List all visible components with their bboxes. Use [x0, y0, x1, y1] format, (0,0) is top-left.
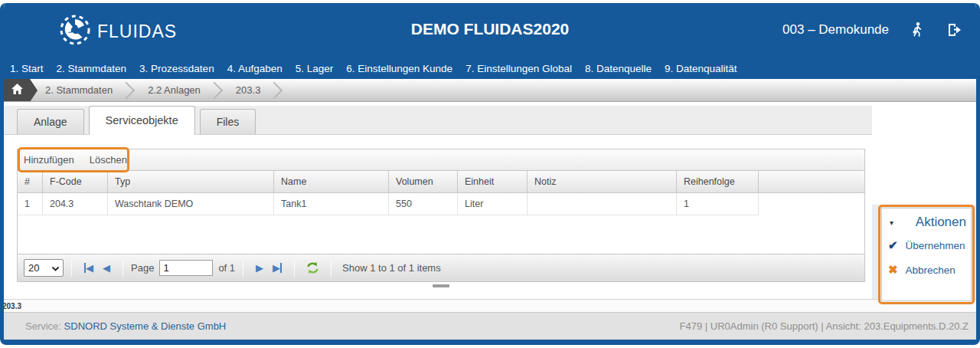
add-button[interactable]: Hinzufügen [24, 154, 74, 166]
next-page-icon[interactable]: ▶ [256, 262, 263, 274]
grid-header-row: # F-Code Typ Name Volumen Einheit Notiz … [18, 171, 864, 193]
actions-panel-title: Aktionen [916, 215, 966, 230]
apply-label: Übernehmen [906, 240, 965, 251]
column-header-filler [759, 171, 864, 192]
cell-volumen[interactable]: 550 [389, 193, 458, 215]
tab-files[interactable]: Files [200, 109, 256, 134]
breadcrumb-chevron-icon [208, 79, 220, 101]
grid-resize-handle[interactable] [433, 284, 449, 287]
main-panel: Anlage Serviceobjekte Files Hinzufügen L… [4, 102, 872, 299]
app-footer: Service: SDNORD Systeme & Dienste GmbH F… [4, 312, 976, 340]
header-right-group: 003 – Demokunde [782, 21, 962, 38]
cell-typ[interactable]: Waschtank DEMO [108, 193, 274, 215]
app-header: FLUIDAS DEMO FLUIDAS2020 003 – Demokunde [4, 3, 976, 79]
home-icon [11, 84, 23, 97]
delete-button[interactable]: Löschen [90, 154, 127, 166]
last-page-icon[interactable]: ▶ [273, 262, 282, 274]
cell-reihenfolge[interactable]: 1 [677, 193, 759, 215]
page-size-select[interactable]: 20 [24, 259, 64, 277]
caret-down-icon[interactable]: ▾ [890, 218, 893, 227]
check-icon: ✔ [888, 238, 898, 252]
column-header-typ[interactable]: Typ [108, 171, 274, 192]
nav-item-aufgaben[interactable]: 4. Aufgaben [227, 63, 283, 74]
status-context-label: 203.3 [2, 302, 21, 310]
actions-panel-header[interactable]: ▾ Aktionen [882, 208, 971, 233]
column-header-reihenfolge[interactable]: Reihenfolge [677, 171, 759, 192]
cell-filler [759, 193, 864, 215]
nav-item-einstellungen-global[interactable]: 7. Einstellungen Global [466, 63, 572, 74]
breadcrumb-chevron-icon [120, 79, 132, 101]
breadcrumb-item-anlagen[interactable]: 2.2 Anlagen [132, 79, 208, 101]
page-label: Page [131, 262, 154, 274]
column-header-name[interactable]: Name [274, 171, 389, 192]
breadcrumb-home[interactable] [4, 79, 30, 101]
pager-status: Show 1 to 1 of 1 items [342, 262, 441, 274]
pager-separator [294, 260, 295, 277]
app-frame: FLUIDAS DEMO FLUIDAS2020 003 – Demokunde [0, 3, 980, 345]
column-header-notiz[interactable]: Notiz [528, 171, 677, 192]
content-area: Anlage Serviceobjekte Files Hinzufügen L… [4, 102, 976, 299]
chevron-down-icon [52, 262, 59, 274]
main-nav: 1. Start 2. Stammdaten 3. Prozessdaten 4… [4, 58, 976, 79]
cancel-label: Abbrechen [906, 264, 956, 276]
grid-pager: 20 ◀ ◀ Page of 1 ▶ [18, 254, 864, 281]
nav-item-start[interactable]: 1. Start [10, 63, 44, 74]
grid-empty-space [18, 215, 864, 254]
cell-fcode[interactable]: 204.3 [43, 193, 108, 215]
actions-panel: ▾ Aktionen ✔ Übernehmen ✖ Abbrechen [881, 208, 972, 301]
cell-index[interactable]: 1 [18, 193, 43, 215]
pager-separator [71, 260, 72, 277]
serviceobjekte-grid: Hinzufügen Löschen # F-Code Typ Name Vol… [17, 149, 865, 282]
column-header-einheit[interactable]: Einheit [458, 171, 528, 192]
breadcrumb: 2. Stammdaten 2.2 Anlagen 203.3 [4, 79, 976, 102]
logout-icon[interactable] [946, 21, 962, 38]
fluidas-app-window: FLUIDAS DEMO FLUIDAS2020 003 – Demokunde [0, 0, 980, 348]
table-row[interactable]: 1 204.3 Waschtank DEMO Tank1 550 Liter 1 [18, 193, 864, 215]
column-header-volumen[interactable]: Volumen [389, 171, 458, 192]
prev-page-icon[interactable]: ◀ [103, 262, 110, 274]
page-of-label: of 1 [218, 262, 235, 274]
service-label: Service: [25, 320, 61, 332]
column-header-fcode[interactable]: F-Code [43, 171, 108, 192]
nav-item-datenquelle[interactable]: 8. Datenquelle [585, 63, 652, 74]
nav-item-einstellungen-kunde[interactable]: 6. Einstellungen Kunde [346, 63, 452, 74]
nav-item-prozessdaten[interactable]: 3. Prozessdaten [139, 63, 214, 74]
breadcrumb-item-current[interactable]: 203.3 [220, 79, 269, 101]
column-header-index[interactable]: # [18, 171, 43, 192]
first-page-icon[interactable]: ◀ [84, 262, 93, 274]
breadcrumb-chevron-icon [268, 79, 280, 101]
breadcrumb-item-stammdaten[interactable]: 2. Stammdaten [30, 79, 120, 101]
page-size-value: 20 [28, 262, 39, 274]
service-provider-link[interactable]: SDNORD Systeme & Dienste GmbH [64, 320, 227, 332]
cell-notiz[interactable] [528, 193, 677, 215]
customer-label: 003 – Demokunde [782, 22, 889, 38]
walking-user-icon[interactable] [909, 21, 926, 38]
refresh-icon[interactable] [305, 261, 320, 274]
cross-icon: ✖ [888, 263, 898, 277]
page-number-input[interactable] [159, 260, 213, 276]
status-strip: 203.3 [4, 299, 976, 312]
tab-strip: Anlage Serviceobjekte Files [4, 106, 872, 135]
pager-separator [122, 260, 123, 277]
pager-separator [331, 260, 332, 277]
tab-anlage[interactable]: Anlage [17, 109, 84, 134]
nav-item-lager[interactable]: 5. Lager [296, 63, 334, 74]
cell-einheit[interactable]: Liter [458, 193, 528, 215]
nav-item-stammdaten[interactable]: 2. Stammdaten [57, 63, 127, 74]
footer-session-info: F479 | UR0Admin (R0 Support) | Ansicht: … [680, 320, 969, 332]
footer-service: Service: SDNORD Systeme & Dienste GmbH [25, 320, 226, 332]
tab-serviceobjekte[interactable]: Serviceobjekte [89, 106, 195, 135]
pager-separator [243, 260, 243, 277]
nav-item-datenqualitaet[interactable]: 9. Datenqualität [665, 63, 737, 74]
header-top-row: FLUIDAS DEMO FLUIDAS2020 003 – Demokunde [4, 3, 976, 58]
cell-name[interactable]: Tank1 [274, 193, 389, 215]
grid-toolbar: Hinzufügen Löschen [18, 149, 864, 171]
apply-button[interactable]: ✔ Übernehmen [882, 233, 971, 258]
cancel-button[interactable]: ✖ Abbrechen [882, 258, 971, 282]
